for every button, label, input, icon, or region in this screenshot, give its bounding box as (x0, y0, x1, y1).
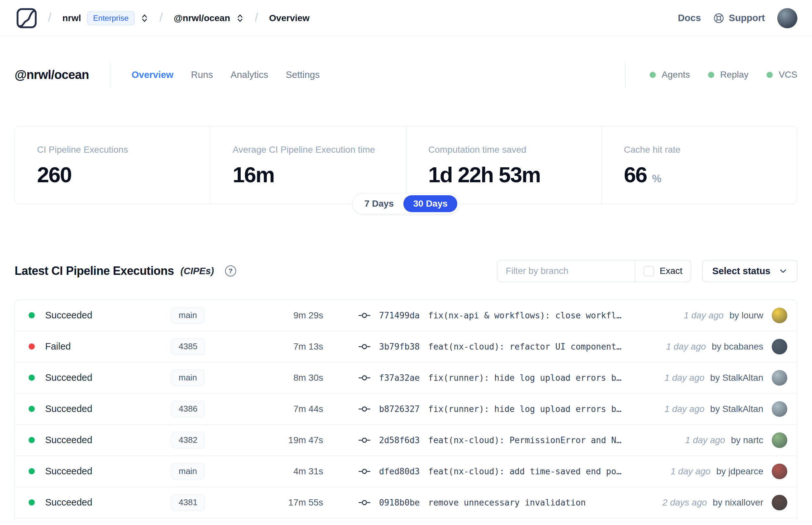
branch-badge[interactable]: 4385 (171, 338, 205, 355)
commit-cell[interactable]: b8726327 fix(runner): hide log upload er… (358, 404, 664, 414)
exact-filter: Exact (635, 260, 691, 282)
time-author-cell: 1 day ago by StalkAltan (664, 373, 763, 383)
service-statuses: Agents Replay VCS (625, 62, 797, 88)
stat-label: Average CI Pipeline Execution time (232, 145, 399, 155)
workspace-title: @nrwl/ocean (15, 68, 89, 82)
table-row[interactable]: Succeeded 4381 17m 55s 0918b0be remove u… (15, 487, 797, 518)
branch-cell: 4381 (171, 494, 269, 511)
author-avatar[interactable] (772, 339, 787, 355)
branch-filter-group: Exact (497, 260, 691, 282)
branch-badge[interactable]: 4386 (171, 401, 205, 417)
tab-analytics[interactable]: Analytics (231, 70, 268, 80)
branch-filter-input[interactable] (497, 260, 635, 282)
git-commit-icon (358, 374, 371, 381)
author-label: by nartc (731, 435, 763, 445)
exact-checkbox[interactable] (644, 266, 654, 276)
breadcrumb-org[interactable]: nrwl Enterprise (62, 11, 149, 25)
commit-cell[interactable]: dfed80d3 feat(nx-cloud): add time-saved … (358, 466, 670, 476)
branch-badge[interactable]: main (171, 307, 204, 324)
status-select-label: Select status (712, 266, 770, 276)
green-dot-icon (767, 72, 773, 78)
time-ago-label: 1 day ago (664, 404, 704, 414)
time-author-cell: 1 day ago by bcabanes (666, 342, 763, 352)
time-author-cell: 1 day ago by nartc (685, 435, 763, 446)
range-30-days-button[interactable]: 30 Days (403, 195, 457, 212)
breadcrumb-workspace[interactable]: @nrwl/ocean (174, 13, 244, 24)
status-select-dropdown[interactable]: Select status (702, 260, 797, 282)
workspace-tabs: Overview Runs Analytics Settings (132, 70, 320, 80)
branch-badge[interactable]: main (171, 463, 204, 480)
docs-link[interactable]: Docs (678, 13, 701, 24)
table-row[interactable]: Succeeded main 8m 30s f37a32ae fix(runne… (15, 362, 797, 393)
breadcrumb-separator: / (159, 11, 163, 24)
tab-overview[interactable]: Overview (132, 70, 173, 80)
status-dot-icon (29, 406, 35, 412)
branch-cell: 4386 (171, 401, 269, 417)
nx-cloud-logo-icon[interactable] (16, 8, 37, 29)
commit-message: fix(runner): hide log upload errors b… (428, 404, 621, 414)
status-dot-icon (29, 343, 35, 349)
workspace-switcher-icon[interactable] (236, 13, 244, 23)
status-replay-label: Replay (720, 70, 748, 80)
duration-label: 7m 13s (269, 342, 323, 352)
branch-badge[interactable]: main (171, 370, 204, 386)
git-commit-icon (358, 405, 371, 412)
commit-message: feat(nx-cloud): refactor UI component… (428, 342, 621, 351)
stats-cards: CI Pipeline Executions 260 Average CI Pi… (15, 126, 797, 204)
table-row[interactable]: Failed 4385 7m 13s 3b79fb38 feat(nx-clou… (15, 331, 797, 362)
commit-message: feat(nx-cloud): PermissionError and N… (428, 435, 621, 445)
cipe-filters: Exact Select status (497, 260, 797, 282)
org-switcher-icon[interactable] (141, 13, 149, 23)
author-avatar[interactable] (772, 464, 787, 479)
support-link[interactable]: Support (713, 13, 765, 24)
chevron-down-icon (779, 267, 787, 275)
tab-settings[interactable]: Settings (286, 70, 320, 80)
time-author-cell: 1 day ago by lourw (684, 310, 763, 321)
time-author-cell: 2 days ago by nixallover (663, 497, 763, 508)
table-row[interactable]: Succeeded 4386 7m 44s b8726327 fix(runne… (15, 393, 797, 425)
status-label: Failed (45, 341, 171, 352)
table-row[interactable]: Succeeded main 4m 31s dfed80d3 feat(nx-c… (15, 456, 797, 487)
branch-cell: main (171, 370, 269, 386)
range-7-days-button[interactable]: 7 Days (355, 195, 403, 212)
status-dot-icon (29, 468, 35, 474)
git-commit-icon (358, 437, 371, 444)
table-row[interactable]: Succeeded main 9m 29s 771499da fix(nx-ap… (15, 300, 797, 331)
stat-value: 66% (624, 162, 791, 187)
enterprise-badge: Enterprise (87, 11, 135, 25)
commit-cell[interactable]: 2d58f6d3 feat(nx-cloud): PermissionError… (358, 435, 685, 445)
commit-cell[interactable]: 3b79fb38 feat(nx-cloud): refactor UI com… (358, 342, 666, 351)
commit-cell[interactable]: f37a32ae fix(runner): hide log upload er… (358, 373, 664, 383)
tab-runs[interactable]: Runs (191, 70, 213, 80)
divider (625, 62, 626, 88)
stat-computation-time-saved: Computation time saved 1d 22h 53m (406, 126, 601, 204)
status-agents-label: Agents (662, 70, 690, 80)
author-label: by jdpearce (716, 466, 763, 476)
time-ago-label: 1 day ago (666, 342, 706, 351)
branch-cell: main (171, 463, 269, 480)
table-row[interactable]: Succeeded 4382 19m 47s 2d58f6d3 feat(nx-… (15, 425, 797, 456)
commit-cell[interactable]: 771499da fix(nx-api & workflows): close … (358, 311, 684, 320)
user-avatar[interactable] (777, 8, 797, 28)
status-vcs: VCS (767, 70, 797, 80)
author-avatar[interactable] (772, 401, 787, 417)
time-ago-label: 1 day ago (685, 435, 725, 445)
author-avatar[interactable] (772, 432, 787, 448)
exact-label: Exact (660, 266, 683, 276)
help-icon[interactable]: ? (225, 266, 236, 276)
author-avatar[interactable] (772, 308, 787, 323)
duration-label: 7m 44s (269, 404, 323, 414)
branch-badge[interactable]: 4382 (171, 432, 205, 448)
duration-label: 9m 29s (269, 310, 323, 321)
date-range-toggle: 7 Days 30 Days (352, 193, 460, 214)
commit-message: fix(runner): hide log upload errors b… (428, 373, 621, 383)
author-avatar[interactable] (772, 495, 787, 510)
commit-cell[interactable]: 0918b0be remove unnecessary invalidation (358, 498, 663, 508)
commit-message: feat(nx-cloud): add time-saved end po… (428, 466, 621, 476)
branch-cell: main (171, 307, 269, 324)
cipe-table: Succeeded main 9m 29s 771499da fix(nx-ap… (15, 300, 797, 520)
git-commit-icon (358, 312, 371, 319)
branch-badge[interactable]: 4381 (171, 494, 205, 511)
author-avatar[interactable] (772, 370, 787, 386)
commit-hash: dfed80d3 (379, 466, 420, 476)
